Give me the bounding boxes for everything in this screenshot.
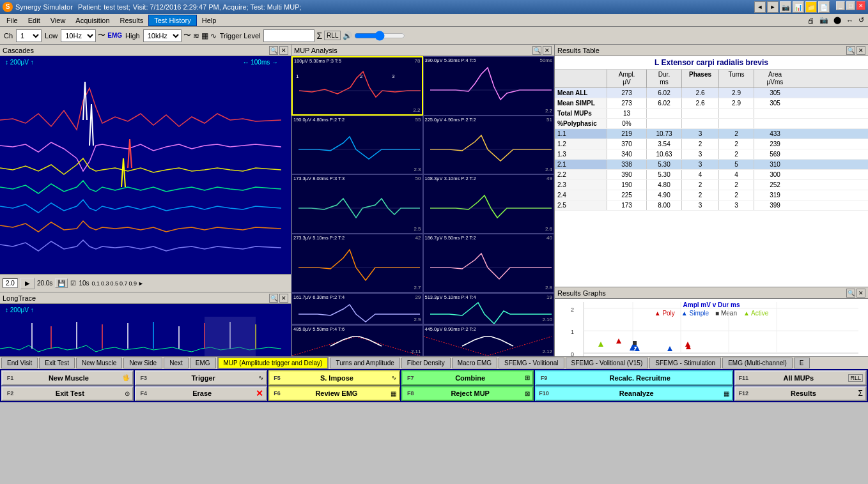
mup-cell-2-2[interactable]: 225.0μV 4.90ms P:2 T:2 51 2.4 <box>423 116 555 175</box>
cell-label: 2.2 <box>555 170 607 179</box>
f1-button[interactable]: F1 New Muscle 🖐 <box>1 370 134 386</box>
menu-view[interactable]: View <box>45 15 71 26</box>
chart-icon[interactable]: 📊 <box>793 1 804 13</box>
f11-button[interactable]: F11 All MUPs RLL <box>734 370 867 386</box>
f12-button[interactable]: F12 Results Σ <box>734 386 867 402</box>
close-btn[interactable]: ✕ <box>856 1 865 10</box>
ch-select[interactable]: 1 <box>16 29 42 42</box>
menu-results[interactable]: Results <box>115 15 149 26</box>
reanalyze-icon: ▦ <box>724 390 729 397</box>
f8-button[interactable]: F8 Reject MUP ⊠ <box>401 386 534 402</box>
loop-icon[interactable]: ↺ <box>856 16 867 24</box>
row-1-3[interactable]: 1.3 340 10.63 3 2 569 <box>555 149 868 160</box>
row-1-2[interactable]: 1.2 370 3.54 2 2 239 <box>555 139 868 149</box>
play-btn[interactable]: ▶ <box>20 278 35 289</box>
row-1-1[interactable]: 1.1 219 10.73 3 2 433 <box>555 129 868 139</box>
camera-icon[interactable]: 📷 <box>780 1 791 13</box>
tab-turns[interactable]: Turns and Amplitude <box>330 358 399 368</box>
f2-button[interactable]: F2 Exit Test ⊙ <box>1 386 134 402</box>
high-select[interactable]: 10kHz <box>143 29 182 42</box>
mup-cell-4-2[interactable]: 186.7μV 5.50ms P:2 T:2 40 2.8 <box>423 234 555 293</box>
results-close-btn[interactable]: ✕ <box>856 46 865 55</box>
menu-help[interactable]: Help <box>197 15 222 26</box>
tab-emg-multi[interactable]: EMG (Multi-channel) <box>722 358 793 368</box>
cascades-close-btn[interactable]: ✕ <box>279 46 288 55</box>
row-mean-all[interactable]: Mean ALL 273 6.02 2.6 2.9 305 <box>555 88 868 98</box>
mup-zoom-btn[interactable]: 🔍 <box>532 46 541 55</box>
mup-cell-1-1[interactable]: 100μV 5.30ms P:3 T:5 78 1 2 3 2.2 <box>291 56 423 116</box>
low-select[interactable]: 10Hz <box>61 29 96 42</box>
graphs-zoom-btn[interactable]: 🔍 <box>846 289 855 298</box>
minimize-btn[interactable]: _ <box>836 1 845 10</box>
speaker-icon[interactable]: 🔊 <box>343 31 352 40</box>
menu-file[interactable]: File <box>1 15 23 26</box>
mup-cell-6-1[interactable]: 485.0μV 5.50ms P:4 T:6 2.11 <box>291 325 423 356</box>
results-zoom-btn[interactable]: 🔍 <box>846 46 855 55</box>
f12-label: F12 <box>738 390 748 397</box>
tab-mup[interactable]: MUP (Amplitude trigger and Delay) <box>217 357 329 369</box>
longtrace-zoom-btn[interactable]: 🔍 <box>269 294 278 303</box>
tab-emg[interactable]: EMG <box>190 358 216 368</box>
tab-new-muscle[interactable]: New Muscle <box>76 358 122 368</box>
mup-cell-3-2-header: 168.3μV 3.10ms P:2 T:2 <box>425 176 476 181</box>
tab-end-visit[interactable]: End Visit <box>1 358 38 368</box>
f10-button[interactable]: F10 Reanalyze ▦ <box>535 386 733 402</box>
cascades-zoom-btn[interactable]: 🔍 <box>269 46 278 55</box>
tab-fiber[interactable]: Fiber Density <box>401 358 451 368</box>
row-2-1[interactable]: 2.1 338 5.30 3 5 310 <box>555 160 868 170</box>
mup-cell-3-1[interactable]: 173.3μV 8.00ms P:3 T:3 50 2.5 <box>291 174 423 234</box>
menu-test-history[interactable]: Test History <box>148 15 196 26</box>
mup-cell-1-2[interactable]: 390.0μV 5.30ms P:4 T:5 50ms 2.2 <box>423 56 555 116</box>
cell-phases: 3 <box>682 129 719 139</box>
folder-icon[interactable]: 📁 <box>805 1 817 13</box>
cell-label: 1.3 <box>555 149 607 159</box>
tab-e[interactable]: E <box>794 358 810 368</box>
row-2-5[interactable]: 2.5 173 8.00 3 3 399 <box>555 200 868 211</box>
f9-button[interactable]: F9 Recalc. Recruitme <box>535 370 733 386</box>
mup-cell-6-2[interactable]: 445.0μV 8.90ms P:2 T:2 2.12 <box>423 325 555 356</box>
row-2-4[interactable]: 2.4 225 4.90 2 2 319 <box>555 190 868 200</box>
tab-sfemg-vol[interactable]: SFEMG - Volitional <box>499 358 564 368</box>
t-scale-arrow: ► <box>138 280 144 287</box>
f5-button[interactable]: F5 S. Impose ∿ <box>268 370 401 386</box>
mup-cell-5-1[interactable]: 161.7μV 6.30ms P:2 T:4 29 2.9 <box>291 293 423 324</box>
tab-new-side[interactable]: New Side <box>123 358 162 368</box>
longtrace-close-btn[interactable]: ✕ <box>279 294 288 303</box>
tab-exit-test[interactable]: Exit Test <box>39 358 75 368</box>
mup-cell-2-1[interactable]: 190.0μV 4.80ms P:2 T:2 55 2.3 <box>291 116 423 175</box>
row-2-3[interactable]: 2.3 190 4.80 2 2 252 <box>555 180 868 190</box>
tab-sfemg-vol15[interactable]: SFEMG - Volitional (V15) <box>566 358 649 368</box>
cell-ampl: 173 <box>607 200 647 210</box>
menu-edit[interactable]: Edit <box>23 15 45 26</box>
tab-sfemg-stim[interactable]: SFEMG - Stimulation <box>649 358 721 368</box>
mup-cell-3-2[interactable]: 168.3μV 3.10ms P:2 T:2 49 2.6 <box>423 174 555 234</box>
row-mean-simpl[interactable]: Mean SIMPL 273 6.02 2.6 2.9 305 <box>555 98 868 109</box>
doc-icon[interactable]: 📄 <box>818 1 830 13</box>
mup-cell-4-1[interactable]: 273.3μV 5.10ms P:2 T:2 42 2.7 <box>291 234 423 293</box>
f7-button[interactable]: F7 Combine ⊞ <box>401 370 534 386</box>
f3-button[interactable]: F3 Trigger ∿ <box>135 370 267 386</box>
patient-text: Patient: test test; <box>78 3 130 11</box>
f4-button[interactable]: F4 Erase ✕ <box>135 386 267 402</box>
volume-slider[interactable] <box>354 31 405 41</box>
row-2-2[interactable]: 2.2 390 5.30 4 4 300 <box>555 170 868 180</box>
flip-icon[interactable]: ↔ <box>844 17 856 24</box>
row-polyphasic[interactable]: %Polyphasic 0% <box>555 119 868 129</box>
rec-icon[interactable]: ⬤ <box>831 16 844 24</box>
trigger-input[interactable] <box>263 29 314 42</box>
tab-macro[interactable]: Macro EMG <box>452 358 497 368</box>
mup-close-btn[interactable]: ✕ <box>543 46 552 55</box>
menu-acquisition[interactable]: Acquisition <box>70 15 114 26</box>
tab-next[interactable]: Next <box>164 358 189 368</box>
maximize-btn[interactable]: □ <box>846 1 855 10</box>
save-icon[interactable]: 💾 <box>55 278 68 288</box>
print-icon[interactable]: 🖨 <box>805 17 817 24</box>
cascades-waveform <box>0 69 281 274</box>
camera2-icon[interactable]: 📷 <box>817 16 831 24</box>
mup-cell-3-1-num: 50 <box>415 176 421 181</box>
cell-phases: 2 <box>682 190 719 200</box>
row-total-mups[interactable]: Total MUPs 13 <box>555 109 868 119</box>
mup-cell-5-2[interactable]: 513.3μV 5.10ms P:4 T:4 19 2.10 <box>423 293 555 324</box>
graphs-close-btn[interactable]: ✕ <box>856 289 865 298</box>
f6-button[interactable]: F6 Review EMG ▦ <box>268 386 401 402</box>
